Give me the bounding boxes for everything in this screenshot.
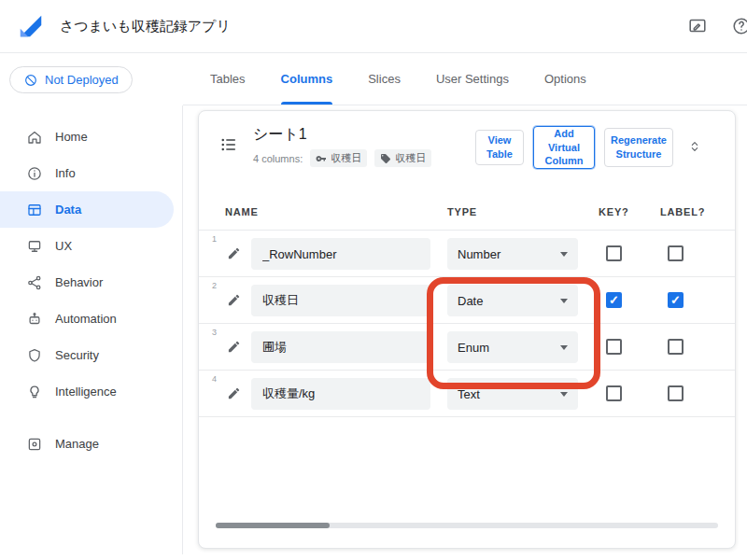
sidebar-item-label: UX (55, 239, 72, 253)
column-name-input[interactable] (251, 378, 430, 410)
sidebar-item-info[interactable]: Info (0, 155, 174, 191)
sidebar-item-label: Behavior (55, 275, 103, 289)
table-row: 1 Number (199, 231, 735, 277)
horizontal-scrollbar-track[interactable] (216, 523, 718, 528)
dropdown-arrow-icon (560, 299, 568, 303)
key-column-chip[interactable]: 収穫日 (310, 149, 367, 167)
label-checkbox[interactable] (668, 245, 684, 261)
sidebar-item-security[interactable]: Security (0, 337, 174, 373)
sidebar-item-label: Security (55, 348, 99, 362)
column-name-input[interactable] (251, 331, 430, 363)
not-deployed-label: Not Deployed (45, 73, 119, 87)
column-type-select[interactable]: Text (447, 378, 578, 410)
key-icon (316, 153, 327, 164)
sidebar-item-automation[interactable]: Automation (0, 301, 174, 337)
tab-bar: Tables Columns Slices User Settings Opti… (210, 53, 586, 105)
sidebar-item-label: Manage (55, 437, 99, 451)
label-checkbox[interactable] (668, 339, 684, 355)
column-header-label: LABEL? (660, 206, 705, 217)
column-name-input[interactable] (251, 238, 430, 270)
column-type-value: Enum (458, 341, 489, 355)
column-header-type: TYPE (447, 206, 477, 217)
label-column-name: 収穫日 (395, 151, 426, 165)
shield-icon (26, 347, 43, 364)
column-rows: 1 Number 2 Date (199, 231, 735, 417)
not-deployed-icon (23, 73, 38, 88)
not-deployed-button[interactable]: Not Deployed (9, 66, 133, 93)
sidebar-item-label: Data (55, 203, 81, 217)
lightbulb-icon (26, 384, 43, 400)
top-bar: さつまいも収穫記録アプリ (0, 0, 747, 53)
label-checkbox[interactable] (668, 292, 684, 308)
column-header-key: KEY? (599, 206, 629, 217)
sidebar-item-label: Info (55, 166, 76, 180)
label-column-chip[interactable]: 収穫日 (374, 149, 431, 167)
column-type-select[interactable]: Date (447, 285, 578, 316)
data-table-icon (26, 202, 43, 218)
row-number: 1 (212, 234, 217, 244)
sidebar-item-intelligence[interactable]: Intelligence (0, 373, 174, 410)
sidebar-item-label: Home (55, 130, 88, 144)
tab-slices[interactable]: Slices (368, 53, 401, 105)
column-name-input[interactable] (251, 285, 430, 316)
table-row: 2 Date (199, 277, 735, 324)
add-virtual-column-button[interactable]: Add Virtual Column (533, 126, 595, 169)
column-header-name: NAME (225, 206, 259, 217)
sidebar-item-manage[interactable]: Manage (0, 426, 174, 462)
row-number: 4 (212, 374, 217, 384)
sidebar: Home Info Data UX Behavior Automation Se… (0, 105, 183, 554)
edit-column-icon[interactable] (227, 386, 241, 400)
sidebar-item-data[interactable]: Data (0, 191, 174, 228)
sidebar-item-label: Intelligence (55, 385, 117, 399)
tab-tables[interactable]: Tables (210, 53, 246, 105)
key-checkbox[interactable] (606, 385, 622, 401)
tab-columns[interactable]: Columns (281, 53, 333, 105)
bot-icon (26, 311, 43, 328)
tab-band: Not Deployed Tables Columns Slices User … (0, 53, 747, 105)
table-columns-card: シート1 4 columns: 収穫日 収穫日 View Table Add V… (198, 110, 736, 549)
unfold-icon[interactable] (687, 139, 702, 154)
sidebar-item-ux[interactable]: UX (0, 228, 174, 264)
table-row: 3 Enum (199, 324, 735, 371)
help-icon[interactable] (731, 16, 747, 36)
row-number: 3 (212, 328, 217, 337)
edit-column-icon[interactable] (227, 293, 241, 307)
dropdown-arrow-icon (560, 392, 568, 397)
info-icon (26, 165, 43, 182)
sidebar-item-home[interactable]: Home (0, 119, 174, 155)
table-row: 4 Text (199, 371, 735, 417)
tag-icon (380, 153, 391, 164)
sidebar-item-behavior[interactable]: Behavior (0, 264, 174, 301)
key-column-name: 収穫日 (331, 151, 361, 165)
key-checkbox[interactable] (606, 339, 622, 355)
feedback-icon[interactable] (687, 16, 708, 36)
dropdown-arrow-icon (560, 345, 568, 350)
regenerate-structure-button[interactable]: Regenerate Structure (604, 128, 673, 167)
home-icon (26, 129, 43, 146)
key-checkbox[interactable] (606, 292, 622, 308)
settings-box-icon (26, 436, 43, 453)
column-type-value: Number (458, 247, 500, 261)
horizontal-scrollbar-thumb[interactable] (216, 523, 330, 528)
tab-user-settings[interactable]: User Settings (436, 53, 509, 105)
row-number: 2 (212, 281, 217, 290)
sheet-subtitle: 4 columns: 収穫日 収穫日 (253, 149, 431, 167)
monitor-icon (26, 238, 43, 255)
edit-column-icon[interactable] (227, 246, 241, 260)
column-type-select[interactable]: Number (447, 238, 578, 270)
appsheet-logo-icon[interactable] (17, 12, 45, 40)
sidebar-item-label: Automation (55, 312, 117, 326)
tabs-divider (183, 105, 747, 105)
column-type-value: Text (458, 387, 480, 401)
sheet-title: シート1 (253, 125, 307, 145)
tab-options[interactable]: Options (544, 53, 586, 105)
column-type-select[interactable]: Enum (447, 331, 578, 363)
key-checkbox[interactable] (606, 245, 622, 261)
view-table-button[interactable]: View Table (475, 130, 524, 165)
edit-column-icon[interactable] (227, 340, 241, 354)
column-type-value: Date (458, 294, 483, 308)
list-icon (219, 135, 238, 154)
label-checkbox[interactable] (668, 385, 684, 401)
appsheet-editor: さつまいも収穫記録アプリ Not Deployed Tables Col (0, 0, 747, 560)
fork-icon (26, 274, 43, 291)
